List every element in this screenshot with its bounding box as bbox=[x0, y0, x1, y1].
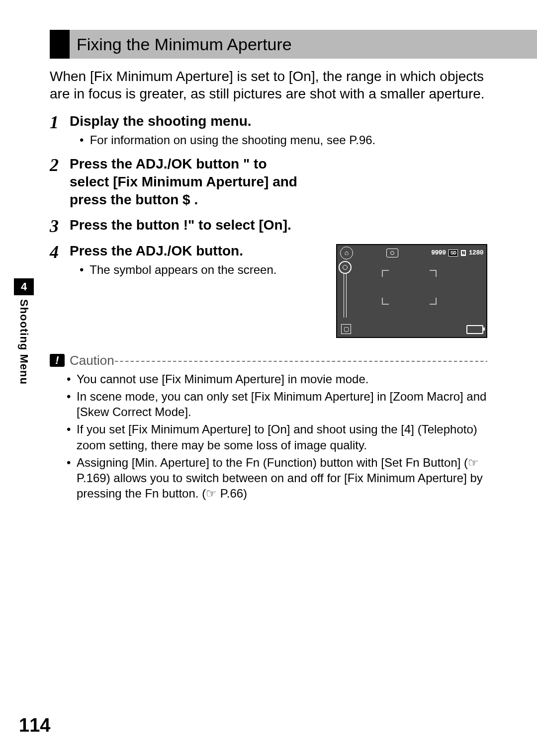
caution-block: ! Caution ------------------------------… bbox=[50, 353, 487, 502]
steps-list: 1 Display the shooting menu. • For infor… bbox=[50, 112, 487, 338]
step-sub-text: The symbol appears on the screen. bbox=[90, 263, 276, 276]
step-title: Press the button !" to select [On]. bbox=[70, 216, 298, 234]
step-title: Press the ADJ./OK button " to select [Fi… bbox=[70, 155, 298, 209]
bullet-icon: • bbox=[67, 421, 77, 437]
section-title-bar: Fixing the Minimum Aperture bbox=[50, 30, 537, 59]
wide-icon: ▢ bbox=[341, 324, 351, 334]
chapter-label: Shooting Menu bbox=[17, 299, 30, 385]
step-number: 3 bbox=[50, 216, 70, 235]
bullet-icon: • bbox=[80, 262, 87, 277]
caution-icon: ! bbox=[50, 354, 65, 367]
step-1: 1 Display the shooting menu. • For infor… bbox=[50, 112, 487, 148]
section-title: Fixing the Minimum Aperture bbox=[70, 30, 537, 59]
battery-icon bbox=[466, 325, 483, 334]
caution-item: • Assigning [Min. Aperture] to the Fn (F… bbox=[67, 455, 487, 502]
camera-icon bbox=[386, 249, 398, 257]
caution-list: • You cannot use [Fix Minimum Aperture] … bbox=[67, 371, 487, 502]
divider-dashes: ----------------------------------------… bbox=[114, 353, 487, 368]
step-number: 1 bbox=[50, 112, 70, 131]
mode-dial-icon: ⌂ bbox=[340, 247, 353, 259]
caution-label: Caution bbox=[70, 353, 114, 368]
n-badge: N bbox=[461, 250, 466, 256]
aperture-symbol-icon bbox=[339, 261, 352, 274]
camera-lcd-preview: ⌂ 9999 SD N 1280 bbox=[336, 244, 487, 338]
caution-item: • You cannot use [Fix Minimum Aperture] … bbox=[67, 371, 487, 387]
step-sub: • The symbol appears on the screen. bbox=[80, 262, 327, 277]
step-2: 2 Press the ADJ./OK button " to select [… bbox=[50, 155, 487, 209]
step-number: 4 bbox=[50, 242, 70, 261]
caution-text: If you set [Fix Minimum Aperture] to [On… bbox=[77, 421, 487, 452]
title-black-accent bbox=[50, 30, 70, 59]
resolution-label: 1280 bbox=[469, 249, 483, 256]
caution-text: You cannot use [Fix Minimum Aperture] in… bbox=[77, 371, 487, 387]
step-sub: • For information on using the shooting … bbox=[80, 132, 487, 148]
step-4: 4 Press the ADJ./OK button. • The symbol… bbox=[50, 242, 487, 338]
bullet-icon: • bbox=[67, 389, 77, 404]
zoom-indicator bbox=[342, 263, 347, 318]
step-number: 2 bbox=[50, 155, 70, 174]
step-sub-text: For information on using the shooting me… bbox=[90, 133, 376, 147]
step-title: Press the ADJ./OK button. bbox=[70, 242, 327, 260]
chapter-number: 4 bbox=[14, 278, 34, 295]
caution-item: • If you set [Fix Minimum Aperture] to [… bbox=[67, 421, 487, 452]
page-number: 114 bbox=[19, 715, 50, 736]
shots-remaining: 9999 bbox=[431, 249, 446, 256]
step-title: Display the shooting menu. bbox=[70, 112, 487, 130]
bullet-icon: • bbox=[67, 371, 77, 387]
manual-page: Fixing the Minimum Aperture When [Fix Mi… bbox=[0, 0, 537, 756]
caution-item: • In scene mode, you can only set [Fix M… bbox=[67, 389, 487, 420]
bullet-icon: • bbox=[80, 132, 87, 148]
caution-text: In scene mode, you can only set [Fix Min… bbox=[77, 389, 487, 420]
caution-text: Assigning [Min. Aperture] to the Fn (Fun… bbox=[77, 455, 487, 502]
step-3: 3 Press the button !" to select [On]. bbox=[50, 216, 487, 235]
focus-frame bbox=[382, 270, 437, 305]
sd-badge: SD bbox=[448, 250, 457, 256]
chapter-side-tab: 4 Shooting Menu bbox=[14, 278, 34, 385]
bullet-icon: • bbox=[67, 455, 77, 470]
intro-paragraph: When [Fix Minimum Aperture] is set to [O… bbox=[50, 68, 487, 102]
